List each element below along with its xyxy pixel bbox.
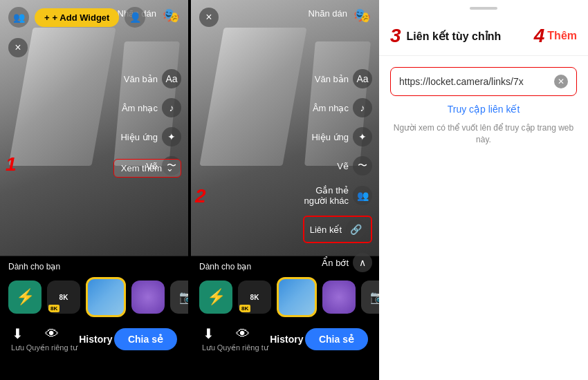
truy-cap-anchor[interactable]: Truy cập liên kết: [448, 104, 520, 115]
p2-menu-ganthenguoikhac[interactable]: Gắn thẻ người khác 👥: [293, 185, 372, 206]
user-avatar-icon: 👤: [125, 7, 145, 28]
mask-icon-2: 🎭: [353, 7, 371, 23]
amnhac-label: Âm nhạc: [122, 103, 158, 113]
luu-label-1: Lưu: [11, 343, 24, 352]
widget-3-active[interactable]: [86, 277, 126, 317]
panel-1-header: 👥 + + Add Widget 👤: [0, 0, 188, 35]
widget-2[interactable]: 8K 8K: [47, 281, 80, 314]
step-4-badge: 4: [534, 25, 545, 47]
add-widget-button[interactable]: + + Add Widget: [35, 8, 119, 27]
chia-se-button-1[interactable]: Chia sẻ: [114, 328, 177, 350]
vanban-label: Văn bản: [124, 74, 158, 84]
8k-badge: 8K: [48, 305, 59, 312]
step-1-badge: 1: [6, 153, 17, 175]
p2-luu-label: Lưu: [202, 343, 215, 352]
description-text: Người xem có thể vuốt lên để truy cập tr…: [393, 122, 574, 146]
bottom-toolbar-2: ⬇ Lưu 👁 Quyền riêng tư History Chia sẻ: [199, 325, 371, 352]
toolbar-privacy-1[interactable]: 👁 Quyền riêng tư: [26, 326, 77, 352]
p2-widget-4[interactable]: [322, 281, 356, 314]
panel-3-title: Liên kết tùy chỉnh: [407, 30, 502, 43]
p2-privacy-icon: 👁: [236, 326, 250, 342]
toolbar-luu-2[interactable]: ⬇ Lưu: [202, 325, 215, 352]
chia-se-button-2[interactable]: Chia sẻ: [305, 328, 368, 350]
p2-8k-badge: 8K: [239, 305, 250, 312]
xem-them-label: Xem thêm: [121, 163, 162, 173]
menu-item-amnhac[interactable]: Âm nhạc ♪: [122, 98, 181, 117]
panel-3: 3 Liên kết tùy chỉnh 4 Thêm ✕ Truy cập l…: [379, 0, 588, 380]
danh-cho-ban-label-1: Dành cho bạn: [8, 262, 180, 272]
people-icon: 👥: [8, 7, 29, 28]
widget-5[interactable]: 📷: [170, 281, 188, 314]
privacy-icon: 👁: [45, 326, 59, 342]
widget-row-2: ⚡ 8K 8K 📷: [199, 277, 371, 317]
widget-row-1: ⚡ 8K 8K 📷: [8, 277, 180, 317]
p2-menu-lienket[interactable]: Liên kết 🔗: [303, 216, 372, 243]
menu-items-2: Văn bản Aa Âm nhạc ♪ Hiệu ứng ✦ Vẽ 〜 Gắn…: [293, 69, 372, 272]
p2-menu-anbot[interactable]: Ẩn bớt ∧: [322, 253, 372, 272]
nhan-dan-label-2: Nhãn dán: [309, 8, 347, 19]
panel-1-bottom: Dành cho bạn ⚡ 8K 8K 📷 ⬇ Lưu 👁 Quyền riê…: [0, 256, 188, 380]
panel-2-bottom: Dành cho bạn ⚡ 8K 8K 📷 ⬇ Lưu 👁 Quyền riê…: [191, 256, 379, 380]
hieuung-label: Hiệu ứng: [120, 132, 158, 142]
swipe-indicator: [470, 7, 497, 10]
p2-menu-ve[interactable]: Vẽ 〜: [337, 156, 372, 175]
url-input-container: ✕: [390, 67, 577, 96]
quyen-label-1: Quyền riêng tư: [26, 343, 77, 352]
link-icon: 🔗: [346, 220, 365, 239]
bottom-toolbar-1: ⬇ Lưu 👁 Quyền riêng tư History Chia sẻ: [8, 325, 180, 352]
lienket-label: Liên kết: [310, 225, 342, 235]
toolbar-luu-1[interactable]: ⬇ Lưu: [11, 325, 24, 352]
p2-menu-amnhac[interactable]: Âm nhạc ♪: [313, 98, 372, 117]
xem-them-button[interactable]: Xem thêm ⌄: [113, 159, 181, 178]
step-2-badge: 2: [195, 185, 206, 207]
menu-item-hieuung[interactable]: Hiệu ứng ✦: [120, 127, 181, 146]
p2-menu-vanban[interactable]: Văn bản Aa: [315, 69, 372, 88]
p2-widget-3-active[interactable]: [277, 277, 317, 317]
download-icon: ⬇: [12, 325, 24, 342]
close-button-2[interactable]: ×: [199, 8, 219, 27]
panel-1: 👥 + + Add Widget 👤 Nhãn dán 🎭 Văn bản Aa…: [0, 0, 188, 380]
p2-widget-1[interactable]: ⚡: [199, 281, 232, 314]
hieuung-icon: ✦: [162, 127, 181, 146]
panel-3-header: 3 Liên kết tùy chỉnh 4 Thêm: [379, 14, 588, 56]
step-3-badge: 3: [390, 25, 401, 47]
p2-widget-5[interactable]: 📷: [361, 281, 379, 314]
plus-icon: +: [44, 12, 50, 23]
p2-download-icon: ⬇: [203, 325, 214, 342]
close-button-1[interactable]: ×: [8, 38, 28, 57]
widget-4[interactable]: [131, 281, 165, 314]
p2-widget-2[interactable]: 8K 8K: [238, 281, 271, 314]
chevron-down-icon: ⌄: [166, 163, 174, 173]
add-widget-label: + Add Widget: [53, 12, 110, 23]
truy-cap-link[interactable]: Truy cập liên kết: [390, 103, 577, 115]
toolbar-privacy-2[interactable]: 👁 Quyền riêng tư: [217, 326, 268, 352]
history-label-1: History: [79, 334, 112, 345]
panel-2: × Nhãn dán 🎭 Văn bản Aa Âm nhạc ♪ Hiệu ứ…: [191, 0, 379, 380]
p2-quyen-label: Quyền riêng tư: [217, 343, 268, 352]
menu-item-vanban[interactable]: Văn bản Aa: [124, 69, 181, 88]
them-button[interactable]: Thêm: [547, 30, 577, 42]
clear-input-button[interactable]: ✕: [554, 75, 568, 88]
amnhac-icon: ♪: [162, 98, 181, 117]
widget-1[interactable]: ⚡: [8, 281, 42, 314]
p2-menu-hieuung[interactable]: Hiệu ứng ✦: [311, 127, 372, 146]
vanban-icon: Aa: [162, 69, 181, 88]
history-label-2: History: [270, 334, 303, 345]
url-input[interactable]: [399, 76, 550, 87]
